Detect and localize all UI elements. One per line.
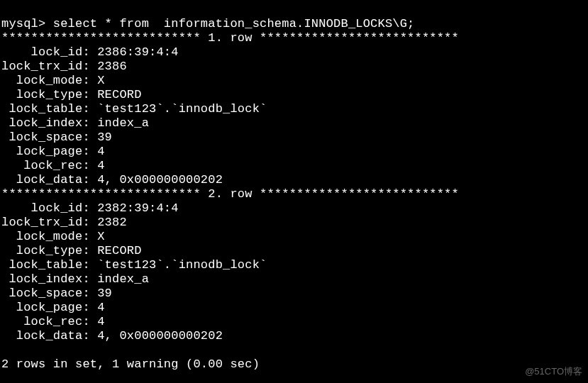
watermark-text: @51CTO博客 bbox=[525, 365, 582, 379]
result-rows: *************************** 1. row *****… bbox=[1, 31, 587, 343]
sql-query: select * from information_schema.INNODB_… bbox=[53, 17, 415, 30]
mysql-prompt: mysql> bbox=[1, 17, 53, 30]
terminal-output: mysql> select * from information_schema.… bbox=[0, 0, 588, 383]
summary-line: 2 rows in set, 1 warning (0.00 sec) bbox=[1, 357, 260, 371]
